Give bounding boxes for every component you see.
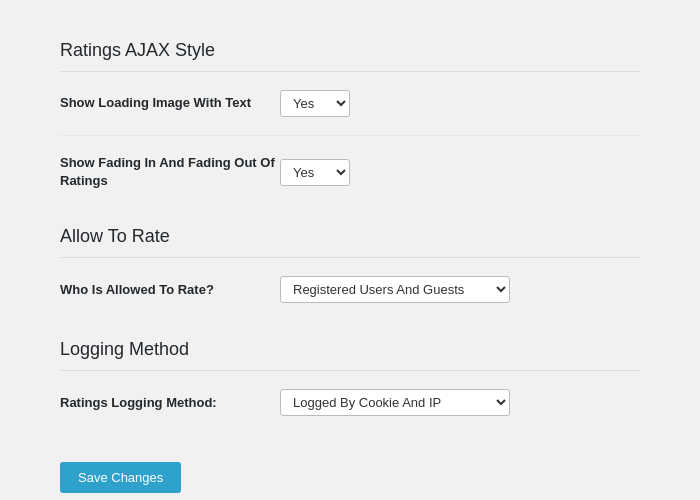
section-title-allow-to-rate: Allow To Rate <box>60 226 640 258</box>
section-allow-to-rate: Allow To Rate Who Is Allowed To Rate? Re… <box>60 226 640 321</box>
section-logging-method: Logging Method Ratings Logging Method: L… <box>60 339 640 434</box>
select-who-allowed[interactable]: Registered Users And Guests Registered U… <box>280 276 510 303</box>
form-row-who-allowed: Who Is Allowed To Rate? Registered Users… <box>60 276 640 321</box>
label-show-loading-image: Show Loading Image With Text <box>60 94 280 112</box>
settings-container: Ratings AJAX Style Show Loading Image Wi… <box>30 20 670 500</box>
label-logging-method: Ratings Logging Method: <box>60 394 280 412</box>
form-row-logging-method: Ratings Logging Method: Logged By Cookie… <box>60 389 640 434</box>
section-title-logging-method: Logging Method <box>60 339 640 371</box>
section-ratings-ajax-style: Ratings AJAX Style Show Loading Image Wi… <box>60 40 640 208</box>
form-row-show-fading: Show Fading In And Fading Out Of Ratings… <box>60 154 640 208</box>
control-show-fading: Yes No <box>280 159 640 186</box>
form-row-show-loading-image: Show Loading Image With Text Yes No <box>60 90 640 136</box>
save-changes-button[interactable]: Save Changes <box>60 462 181 493</box>
label-who-allowed: Who Is Allowed To Rate? <box>60 281 280 299</box>
select-show-fading[interactable]: Yes No <box>280 159 350 186</box>
control-show-loading-image: Yes No <box>280 90 640 117</box>
control-who-allowed: Registered Users And Guests Registered U… <box>280 276 640 303</box>
select-logging-method[interactable]: Logged By Cookie And IP Logged By Cookie… <box>280 389 510 416</box>
control-logging-method: Logged By Cookie And IP Logged By Cookie… <box>280 389 640 416</box>
section-title-ratings-ajax-style: Ratings AJAX Style <box>60 40 640 72</box>
label-show-fading: Show Fading In And Fading Out Of Ratings <box>60 154 280 190</box>
select-show-loading-image[interactable]: Yes No <box>280 90 350 117</box>
